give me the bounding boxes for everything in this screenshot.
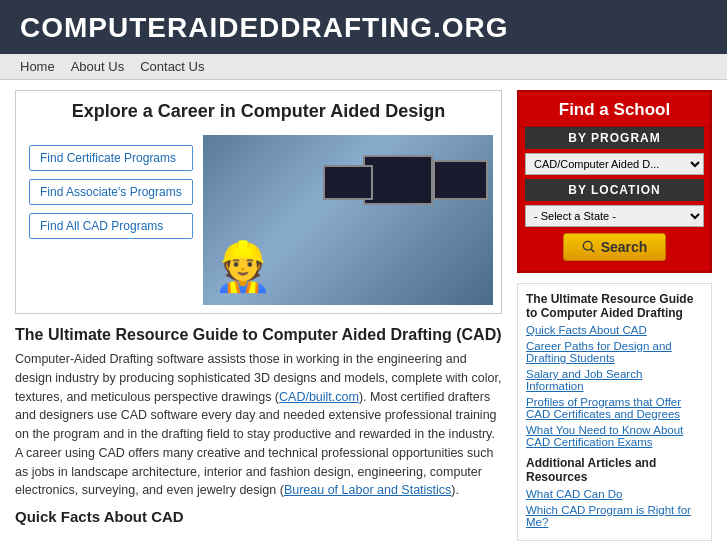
bls-link[interactable]: Bureau of Labor and Statistics bbox=[284, 483, 451, 497]
program-select[interactable]: CAD/Computer Aided D... Architecture Eng… bbox=[525, 153, 704, 175]
search-button[interactable]: Search bbox=[563, 233, 667, 261]
quick-heading: Quick Facts About CAD bbox=[15, 508, 502, 525]
sidebar-link-3[interactable]: Profiles of Programs that Offer CAD Cert… bbox=[526, 396, 703, 420]
find-certificate-btn[interactable]: Find Certificate Programs bbox=[29, 145, 193, 171]
hero-buttons: Find Certificate Programs Find Associate… bbox=[24, 135, 193, 305]
sidebar-section-title: The Ultimate Resource Guide to Computer … bbox=[526, 292, 703, 320]
navigation: Home About Us Contact Us bbox=[0, 54, 727, 80]
search-icon bbox=[582, 240, 596, 254]
sidebar-link-4[interactable]: What You Need to Know About CAD Certific… bbox=[526, 424, 703, 448]
svg-line-1 bbox=[591, 249, 594, 252]
sidebar-additional-title: Additional Articles and Resources bbox=[526, 456, 703, 484]
nav-about[interactable]: About Us bbox=[71, 59, 124, 74]
body-content: The Ultimate Resource Guide to Computer … bbox=[15, 326, 502, 525]
hero-box: Explore a Career in Computer Aided Desig… bbox=[15, 90, 502, 314]
body-paragraph: Computer-Aided Drafting software assists… bbox=[15, 350, 502, 500]
sidebar-link-2[interactable]: Salary and Job Search Information bbox=[526, 368, 703, 392]
sidebar-add-link-0[interactable]: What CAD Can Do bbox=[526, 488, 703, 500]
find-associates-btn[interactable]: Find Associate's Programs bbox=[29, 179, 193, 205]
left-content: Explore a Career in Computer Aided Desig… bbox=[15, 90, 502, 541]
sidebar-links: The Ultimate Resource Guide to Computer … bbox=[517, 283, 712, 541]
right-sidebar: Find a School BY PROGRAM CAD/Computer Ai… bbox=[517, 90, 712, 541]
search-label: Search bbox=[601, 239, 648, 255]
sidebar-add-link-1[interactable]: Which CAD Program is Right for Me? bbox=[526, 504, 703, 528]
hero-title: Explore a Career in Computer Aided Desig… bbox=[16, 91, 501, 127]
find-all-cad-btn[interactable]: Find All CAD Programs bbox=[29, 213, 193, 239]
svg-point-0 bbox=[583, 241, 592, 250]
find-school-title: Find a School bbox=[519, 92, 710, 127]
cad-built-link[interactable]: CAD/built.com bbox=[279, 390, 359, 404]
sidebar-link-1[interactable]: Career Paths for Design and Drafting Stu… bbox=[526, 340, 703, 364]
find-school-box: Find a School BY PROGRAM CAD/Computer Ai… bbox=[517, 90, 712, 273]
by-program-label: BY PROGRAM bbox=[525, 127, 704, 149]
main-layout: Explore a Career in Computer Aided Desig… bbox=[0, 80, 727, 545]
header: COMPUTERAIDEDDRAFTING.ORG bbox=[0, 0, 727, 54]
nav-home[interactable]: Home bbox=[20, 59, 55, 74]
state-select[interactable]: - Select a State - Alabama Alaska Arizon… bbox=[525, 205, 704, 227]
nav-contact[interactable]: Contact Us bbox=[140, 59, 204, 74]
by-location-label: BY LOCATION bbox=[525, 179, 704, 201]
body-heading: The Ultimate Resource Guide to Computer … bbox=[15, 326, 502, 344]
site-title: COMPUTERAIDEDDRAFTING.ORG bbox=[20, 12, 707, 44]
search-btn-wrap: Search bbox=[519, 233, 710, 261]
hero-image bbox=[203, 135, 493, 305]
sidebar-link-0[interactable]: Quick Facts About CAD bbox=[526, 324, 703, 336]
hero-inner: Find Certificate Programs Find Associate… bbox=[16, 127, 501, 313]
